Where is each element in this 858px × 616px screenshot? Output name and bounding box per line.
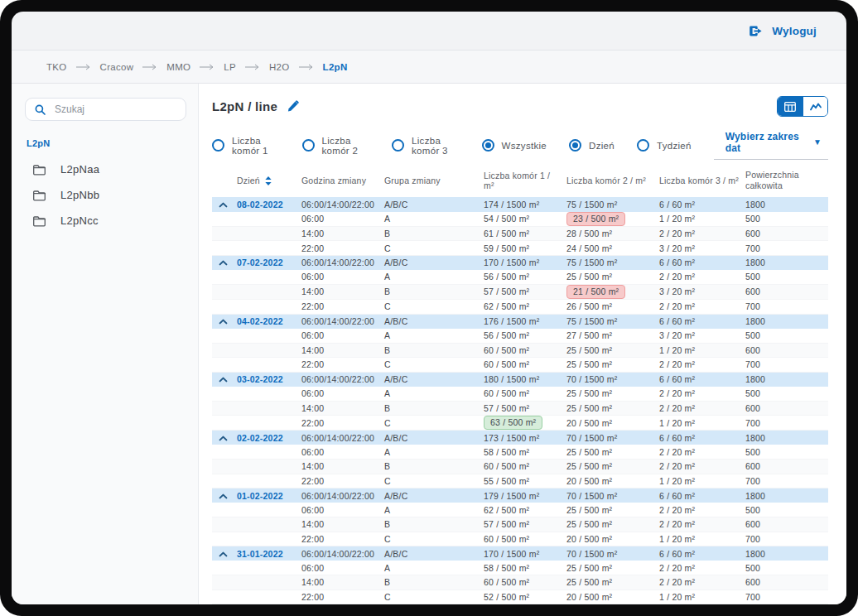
collapse-toggle[interactable]	[212, 431, 234, 445]
column-header: Grupa zmiany	[381, 166, 480, 197]
cell-k1: 54 / 500 m²	[480, 212, 563, 227]
table-detail-row: 06:00A62 / 500 m²25 / 500 m²2 / 20 m²500	[212, 503, 828, 517]
cell-empty	[234, 474, 298, 488]
radio-liczba-kom-r-2[interactable]: Liczba komór 2	[302, 136, 370, 156]
radio-circle[interactable]	[212, 139, 224, 152]
column-header: Dzień	[234, 166, 298, 197]
radio-tydzie-[interactable]: Tydzień	[637, 139, 692, 152]
cell-empty	[234, 532, 298, 546]
main-panel: L2pN / line	[199, 84, 846, 604]
cell-k2: 26 / 500 m²	[563, 300, 656, 315]
cell-empty	[234, 503, 298, 517]
radio-wszystkie[interactable]: Wszystkie	[482, 139, 547, 152]
cell-time: 06:00/14:00/22:00	[298, 197, 381, 212]
collapse-toggle[interactable]	[212, 197, 234, 212]
logout-button[interactable]: Wyloguj	[749, 25, 817, 37]
collapse-toggle[interactable]	[212, 546, 234, 561]
cell-k3: 2 / 20 m²	[656, 503, 742, 517]
radio-dzie-[interactable]: Dzień	[569, 139, 615, 152]
radio-circle[interactable]	[482, 139, 494, 152]
cell-group: C	[381, 590, 480, 604]
collapse-toggle[interactable]	[212, 372, 234, 387]
cell-k3: 1 / 20 m²	[656, 343, 742, 358]
cell-time: 06:00	[298, 445, 381, 460]
radio-liczba-kom-r-1[interactable]: Liczba komór 1	[212, 136, 280, 156]
cell-k3: 2 / 20 m²	[656, 401, 742, 416]
table-view-button[interactable]	[778, 97, 803, 116]
cell-k2: 70 / 1500 m²	[563, 488, 656, 503]
breadcrumb-item-lp[interactable]: LP	[224, 62, 236, 72]
cell-k1: 57 / 500 m²	[480, 517, 563, 532]
cell-k2: 27 / 500 m²	[563, 329, 656, 344]
cell-k1: 60 / 500 m²	[480, 387, 563, 402]
cell-k3: 6 / 60 m²	[656, 197, 742, 212]
folder-icon	[33, 164, 46, 176]
breadcrumb-item-mmo[interactable]: MMO	[166, 62, 190, 72]
cell-k3: 2 / 20 m²	[656, 270, 742, 285]
cell-total: 600	[742, 575, 828, 590]
date-range-picker[interactable]: Wybierz zakres dat ▼	[714, 131, 828, 160]
cell-k1: 174 / 1500 m²	[480, 197, 563, 212]
table-detail-row: 22:00C59 / 500 m²24 / 500 m²3 / 20 m²700	[212, 241, 828, 256]
table-detail-row: 14:00B57 / 500 m²25 / 500 m²2 / 20 m²600	[212, 517, 828, 532]
cell-time: 06:00	[298, 503, 381, 517]
radio-circle[interactable]	[302, 139, 315, 152]
content-area: L2pN L2pNaaL2pNbbL2pNcc L2pN / line	[12, 84, 846, 604]
cell-k2: 75 / 1500 m²	[563, 255, 656, 270]
radio-liczba-kom-r-3[interactable]: Liczba komór 3	[392, 136, 460, 156]
sidebar-item-l2pncc[interactable]: L2pNcc	[25, 208, 186, 233]
cell-time: 06:00	[298, 387, 381, 402]
sidebar-item-l2pnbb[interactable]: L2pNbb	[25, 182, 186, 208]
table-group-summary-row: 08-02-202206:00/14:00/22:00A/B/C174 / 15…	[212, 197, 828, 212]
search-input[interactable]	[53, 103, 176, 116]
edit-title-button[interactable]	[287, 100, 299, 113]
cell-time: 06:00/14:00/22:00	[298, 431, 381, 445]
cell-time: 22:00	[298, 532, 381, 546]
cell-k1: 60 / 500 m²	[480, 532, 563, 546]
breadcrumb-item-cracow[interactable]: Cracow	[100, 62, 134, 72]
cell-time: 06:00/14:00/22:00	[298, 546, 381, 561]
collapse-toggle[interactable]	[212, 488, 234, 503]
cell-empty	[212, 343, 234, 358]
breadcrumb-item-tko[interactable]: TKO	[46, 62, 67, 72]
cell-k3: 2 / 20 m²	[656, 561, 742, 575]
table-detail-row: 06:00A60 / 500 m²25 / 500 m²2 / 20 m²500	[212, 387, 828, 402]
cell-time: 06:00	[298, 270, 381, 285]
chart-view-button[interactable]	[803, 97, 827, 116]
collapse-toggle[interactable]	[212, 314, 234, 329]
radio-circle[interactable]	[569, 139, 581, 152]
collapse-toggle[interactable]	[212, 255, 234, 270]
cell-empty	[234, 416, 298, 431]
caret-down-icon: ▼	[813, 138, 822, 147]
cell-k2: 25 / 500 m²	[563, 401, 656, 416]
search-box[interactable]	[25, 98, 186, 121]
radio-circle[interactable]	[637, 139, 649, 152]
table-detail-row: 06:00A54 / 500 m²23 / 500 m²1 / 20 m²500	[212, 212, 828, 227]
cell-group: A/B/C	[381, 372, 480, 387]
highlight-chip-green: 63 / 500 m²	[484, 416, 542, 430]
radio-circle[interactable]	[392, 139, 404, 152]
cell-empty	[212, 590, 234, 604]
date-range-label: Wybierz zakres dat	[725, 131, 806, 154]
sidebar-item-l2pnaa[interactable]: L2pNaa	[25, 156, 186, 182]
table-detail-row: 22:00C60 / 500 m²20 / 500 m²1 / 20 m²700	[212, 532, 828, 546]
cell-k1: 61 / 500 m²	[480, 226, 563, 241]
cell-time: 22:00	[298, 241, 381, 256]
cell-total: 1800	[742, 314, 828, 329]
column-header: Liczba komór 3 / m²	[656, 166, 742, 197]
sort-icon[interactable]	[265, 176, 272, 185]
cell-time: 22:00	[298, 300, 381, 315]
cell-group: B	[381, 401, 480, 416]
search-icon	[35, 104, 46, 115]
cell-total: 700	[742, 241, 828, 256]
cell-k2: 70 / 1500 m²	[563, 431, 656, 445]
cell-k3: 2 / 20 m²	[656, 517, 742, 532]
cell-empty	[212, 561, 234, 575]
cell-total: 500	[742, 387, 828, 402]
cell-k2: 21 / 500 m²	[563, 284, 656, 299]
cell-total: 600	[742, 226, 828, 241]
cell-k2: 70 / 1500 m²	[563, 546, 656, 561]
cell-k1: 52 / 500 m²	[480, 590, 563, 604]
breadcrumb-item-h2o[interactable]: H2O	[269, 62, 290, 72]
cell-empty	[234, 329, 298, 344]
